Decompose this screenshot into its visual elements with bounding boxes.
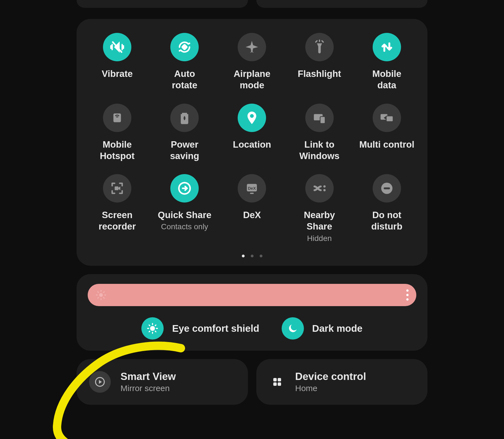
device-control-icon (269, 374, 286, 390)
svg-line-22 (98, 292, 99, 292)
card-sub: Mirror screen (121, 384, 176, 393)
tile-label: Link to Windows (299, 139, 340, 162)
tile-label: Quick Share (158, 209, 212, 221)
svg-point-3 (250, 114, 254, 118)
tile-location[interactable]: Location (220, 104, 284, 162)
brightness-menu-icon[interactable] (406, 289, 409, 301)
quick-settings-tiles-panel: Vibrate Auto rotate Airplane mode Flashl… (77, 19, 427, 266)
hotspot-icon (103, 104, 131, 132)
page-dot-3[interactable] (260, 255, 262, 257)
tile-label: Multi control (359, 139, 414, 150)
toggle-dark-mode[interactable]: Dark mode (282, 317, 363, 340)
quick-settings-root: Vibrate Auto rotate Airplane mode Flashl… (0, 0, 504, 405)
tile-label: Auto rotate (172, 68, 197, 91)
tile-sublabel: Contacts only (161, 222, 208, 231)
nearby-share-icon (305, 174, 334, 203)
tile-label: Do not disturb (371, 209, 402, 232)
svg-rect-16 (384, 187, 390, 189)
svg-rect-37 (273, 378, 277, 381)
svg-line-31 (149, 325, 150, 325)
power-saving-icon (170, 104, 199, 132)
svg-line-24 (98, 297, 99, 298)
tile-label: Vibrate (102, 68, 132, 79)
tile-label: Screen recorder (99, 209, 136, 232)
vibrate-icon (103, 33, 131, 61)
do-not-disturb-icon (373, 174, 401, 203)
svg-rect-7 (386, 116, 393, 121)
tile-dex[interactable]: DeX DeX (220, 174, 284, 243)
tile-label: Nearby Share (292, 209, 347, 232)
tile-grid: Vibrate Auto rotate Airplane mode Flashl… (85, 33, 419, 243)
screen-recorder-icon (103, 174, 131, 203)
panel-stub-left (77, 0, 248, 8)
tile-mobile-hotspot[interactable]: Mobile Hotspot (85, 104, 149, 162)
tile-label: DeX (243, 209, 261, 221)
tile-power-saving[interactable]: Power saving (152, 104, 217, 162)
tile-auto-rotate[interactable]: Auto rotate (152, 33, 217, 91)
tile-screen-recorder[interactable]: Screen recorder (85, 174, 149, 243)
svg-line-32 (155, 331, 156, 331)
quick-share-icon (170, 174, 199, 203)
tile-flashlight[interactable]: Flashlight (287, 33, 352, 91)
page-indicator (85, 255, 419, 257)
toggle-label: Dark mode (312, 323, 363, 334)
card-title: Device control (295, 371, 366, 382)
brightness-panel: Eye comfort shield Dark mode (77, 274, 427, 351)
display-toggles-row: Eye comfort shield Dark mode (88, 317, 416, 340)
tile-do-not-disturb[interactable]: Do not disturb (355, 174, 419, 243)
mobile-data-icon (373, 33, 401, 61)
svg-point-13 (323, 185, 326, 187)
svg-rect-39 (273, 382, 277, 386)
svg-line-23 (104, 297, 104, 298)
svg-rect-8 (115, 186, 119, 190)
tile-label: Airplane mode (233, 68, 270, 91)
card-sub: Home (295, 384, 366, 393)
card-device-control[interactable]: Device control Home (256, 359, 428, 405)
flashlight-icon (305, 33, 334, 61)
svg-point-14 (323, 189, 326, 191)
svg-rect-5 (320, 116, 325, 123)
tile-mobile-data[interactable]: Mobile data (355, 33, 419, 91)
svg-text:DeX: DeX (248, 186, 256, 191)
svg-rect-40 (277, 382, 281, 386)
eye-comfort-icon (141, 317, 164, 340)
multi-control-icon (373, 104, 401, 132)
tile-link-to-windows[interactable]: Link to Windows (287, 104, 352, 162)
brightness-slider[interactable] (88, 284, 416, 306)
panel-stub-right (256, 0, 428, 8)
card-smart-view[interactable]: Smart View Mirror screen (77, 359, 248, 405)
link-to-windows-icon (305, 104, 334, 132)
svg-marker-36 (99, 380, 102, 384)
svg-line-34 (155, 325, 156, 325)
tile-vibrate[interactable]: Vibrate (85, 33, 149, 91)
tile-nearby-share[interactable]: Nearby Share Hidden (287, 174, 352, 243)
smart-view-icon (89, 371, 111, 393)
toggle-eye-comfort[interactable]: Eye comfort shield (141, 317, 259, 340)
tile-label: Power saving (170, 139, 199, 162)
location-icon (238, 104, 266, 132)
brightness-sun-icon (95, 289, 107, 301)
page-dot-2[interactable] (251, 255, 254, 257)
card-title: Smart View (121, 371, 176, 382)
auto-rotate-icon (170, 33, 199, 61)
tile-label: Mobile Hotspot (100, 139, 135, 162)
svg-rect-1 (181, 43, 188, 50)
svg-rect-38 (277, 378, 281, 381)
tile-multi-control[interactable]: Multi control (355, 104, 419, 162)
dark-mode-icon (282, 317, 304, 340)
page-dot-1[interactable] (242, 255, 245, 257)
svg-line-33 (149, 331, 150, 331)
tile-sublabel: Hidden (307, 234, 332, 243)
svg-line-25 (104, 292, 104, 292)
airplane-icon (238, 33, 266, 61)
toggle-label: Eye comfort shield (172, 323, 259, 334)
card-text: Smart View Mirror screen (121, 371, 176, 393)
panel-stub-row (77, 0, 427, 8)
tile-quick-share[interactable]: Quick Share Contacts only (152, 174, 217, 243)
tile-label: Flashlight (298, 68, 341, 79)
svg-point-26 (150, 326, 155, 331)
tile-label: Location (233, 139, 271, 150)
bottom-cards-row: Smart View Mirror screen Device control … (77, 359, 427, 405)
tile-airplane-mode[interactable]: Airplane mode (220, 33, 284, 91)
dex-icon: DeX (238, 174, 266, 203)
